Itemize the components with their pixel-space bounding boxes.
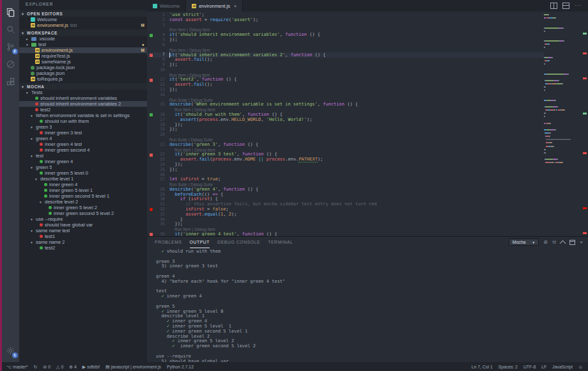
code-line[interactable]: 18 }); — [147, 123, 544, 128]
close-icon[interactable]: × — [234, 4, 236, 8]
ln-7-col-1-status-item[interactable]: Ln 7, Col 1 — [472, 365, 493, 369]
tree-item[interactable]: should inherit environment variables 2 — [19, 101, 147, 107]
tree-item[interactable]: inner green 4 test — [19, 141, 147, 147]
tree-item[interactable]: ▾green 4 — [19, 136, 147, 141]
panel-tab-debug-console[interactable]: DEBUG CONSOLE — [217, 237, 260, 248]
tab-environment-js[interactable]: JSenvironment.js× — [186, 0, 243, 12]
tree-item[interactable]: JSenvironment.jstestM — [19, 22, 147, 28]
tree-item[interactable]: inner green second 4 — [19, 147, 147, 153]
tree-item[interactable]: JSenvironment.jsM — [19, 47, 147, 53]
code-line[interactable]: 2const assert = require('assert'); — [147, 18, 544, 23]
test-count-status-item[interactable]: ⊕4 — [69, 365, 77, 369]
section-header[interactable]: ▾WORKSPACE — [19, 29, 147, 36]
tree-item[interactable]: ▾test● — [19, 42, 147, 47]
test-pass-gutter-icon[interactable] — [150, 113, 153, 116]
output-channel-dropdown[interactable]: Mocha ▼ — [509, 239, 539, 246]
tree-item[interactable]: Welcome — [19, 17, 147, 22]
tree-item[interactable]: package-lock.json — [19, 65, 147, 70]
tree-item[interactable]: ▾same name 2 — [19, 239, 147, 245]
close-panel-icon[interactable]: × — [580, 240, 583, 245]
warning-status-item[interactable]: △0 — [56, 365, 63, 369]
tree-item[interactable]: inner green 4 — [19, 182, 147, 187]
play-status-item[interactable]: ▶sdfsfsf — [82, 365, 100, 369]
tree-item[interactable]: inner green second 5 level 2 — [19, 210, 147, 216]
tree-item[interactable]: ▾test — [19, 153, 147, 159]
extensions-icon[interactable] — [4, 73, 18, 90]
feedback-status-item[interactable]: ☺ — [578, 365, 583, 369]
tree-item[interactable]: JStoRequire.js — [19, 76, 147, 82]
debug-icon[interactable] — [4, 56, 18, 73]
tree-item[interactable]: inner green 3 test — [19, 130, 147, 136]
code-line[interactable]: 27let isFirst = true; — [147, 177, 544, 182]
code-line[interactable]: 4it('should inherit environment variable… — [147, 33, 544, 38]
tree-item[interactable]: JSrequireTest.js — [19, 53, 147, 59]
code-line[interactable]: 23 assert.fail(process.env.HOME || proce… — [147, 157, 544, 162]
test-fail-gutter-icon[interactable] — [150, 54, 153, 57]
sync-status-item[interactable]: ↻ — [34, 365, 38, 369]
code-line[interactable]: 13}); — [147, 88, 544, 93]
panel-tab-output[interactable]: OUTPUT — [190, 237, 210, 248]
code-line[interactable]: 35 }); — [147, 222, 544, 227]
code-line[interactable]: 20 — [147, 132, 544, 138]
tree-item[interactable]: should run with them — [19, 118, 147, 124]
tree-item[interactable]: ▾green 5 — [19, 164, 147, 170]
code-line[interactable]: 5}); — [147, 38, 544, 43]
code-line[interactable]: 9}); — [147, 63, 544, 68]
tree-item[interactable]: package.json — [19, 70, 147, 76]
move-panel-icon[interactable] — [569, 240, 575, 245]
tab-welcome[interactable]: Welcome — [147, 0, 186, 12]
tree-item[interactable]: test2 — [19, 245, 147, 251]
code-line[interactable]: 21describe('green 3', function () { — [147, 143, 544, 148]
scroll-lock-icon[interactable]: ⎊ — [552, 240, 556, 245]
code-line[interactable]: 33 assert.equal(1, 2); — [147, 212, 544, 217]
tree-item[interactable]: test1 — [19, 233, 147, 239]
tree-item[interactable]: ▾green 3 — [19, 124, 147, 130]
maximize-panel-icon[interactable] — [560, 240, 566, 246]
panel-tab-terminal[interactable]: TERMINAL — [268, 237, 293, 248]
codelens-link[interactable]: Debug Item — [189, 48, 210, 52]
tree-item[interactable]: inner green 5 level 1 — [19, 187, 147, 193]
tree-item[interactable]: test2 — [19, 107, 147, 113]
tree-item[interactable]: ▾use --require — [19, 216, 147, 222]
settings-icon[interactable]: 1 — [4, 342, 18, 359]
code-line[interactable]: 8 assert.fail(); — [147, 58, 544, 63]
test-fail-gutter-icon[interactable] — [150, 154, 153, 157]
spaces-2-status-item[interactable]: Spaces: 2 — [499, 365, 518, 369]
output-console[interactable]: ✓ should run with them green 3 3) inner … — [147, 248, 588, 362]
javascript-status-item[interactable]: JavaScript — [552, 365, 573, 369]
clear-output-icon[interactable]: ⊘ — [543, 240, 548, 245]
code-line[interactable]: 3 — [147, 23, 544, 28]
branch-status-item[interactable]: ⌥master* — [6, 365, 28, 369]
code-line[interactable]: 6 — [147, 43, 544, 48]
code-editor[interactable]: 1'use strict';2const assert = require('a… — [147, 12, 544, 236]
code-line[interactable]: 36 it('inner green 4 test', function () … — [147, 232, 544, 236]
utf-8-status-item[interactable]: UTF-8 — [523, 365, 536, 369]
more-actions-icon[interactable]: ··· — [575, 4, 582, 8]
tree-item[interactable]: should inherit environment variables — [19, 95, 147, 101]
search-icon[interactable] — [4, 21, 18, 38]
tree-item[interactable]: ▸.vscode — [19, 36, 147, 42]
tree-item[interactable]: inner green 5 level 0 — [19, 170, 147, 176]
test-fail-gutter-icon[interactable] — [150, 233, 153, 236]
code-line[interactable]: 15describe('When environment variable is… — [147, 102, 544, 107]
file-status-item[interactable]: ▤javascript | environment.js — [105, 365, 161, 369]
tree-item[interactable]: ▾same name test — [19, 228, 147, 233]
overview-ruler[interactable] — [581, 12, 588, 236]
error-status-item[interactable]: ⊘0 — [43, 365, 50, 369]
test-fail-gutter-icon[interactable] — [150, 79, 153, 82]
breakpoint-icon[interactable] — [150, 208, 153, 211]
toggle-layout-icon[interactable] — [562, 3, 569, 9]
minimap[interactable] — [544, 12, 581, 236]
code-line[interactable]: 12 assert.fail(); — [147, 83, 544, 88]
codelens-link[interactable]: Run Item — [169, 48, 186, 52]
panel-tab-problems[interactable]: PROBLEMS — [155, 237, 182, 248]
tree-item[interactable]: JSsameName.js — [19, 59, 147, 65]
explorer-icon[interactable] — [4, 4, 18, 21]
code-line[interactable]: 25}); — [147, 168, 544, 173]
section-header[interactable]: ▾OPEN EDITORS — [19, 10, 147, 17]
code-line[interactable]: 14 — [147, 93, 544, 98]
section-header[interactable]: ▾MOCHA — [19, 83, 147, 90]
code-line[interactable]: 24 }); — [147, 162, 544, 168]
code-line[interactable]: 10 — [147, 68, 544, 73]
tree-item[interactable]: ▾When environment variable is set in set… — [19, 113, 147, 118]
